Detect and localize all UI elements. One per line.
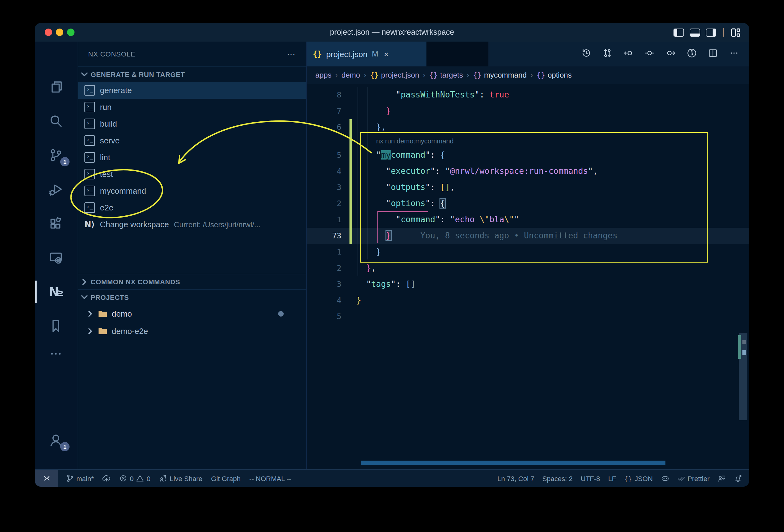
horizontal-scrollbar[interactable] xyxy=(361,460,666,465)
sidebar-item-change-workspace[interactable]: N⟩Change workspaceCurrent: /Users/juri/n… xyxy=(78,216,306,233)
code-text: "executor": "@nrwl/workspace:run-command… xyxy=(356,163,598,179)
line-number: 4 xyxy=(307,292,349,309)
activity-remote-explorer-icon[interactable] xyxy=(35,245,77,270)
sidebar-item-mycommand[interactable]: ›_mycommand xyxy=(78,183,306,199)
gutter xyxy=(349,309,354,325)
timeline-history-icon[interactable] xyxy=(581,48,592,60)
breadcrumb-project-json[interactable]: {}project.json xyxy=(370,71,419,80)
nx-logo-icon: N⟩ xyxy=(84,220,95,229)
activity-extensions-icon[interactable] xyxy=(35,211,77,236)
tab-bar: {} project.json M × xyxy=(307,41,749,66)
code-text: }, xyxy=(356,119,386,135)
compare-changes-icon[interactable] xyxy=(602,48,613,60)
git-branch-status[interactable]: main* xyxy=(66,474,94,482)
code-editor[interactable]: 8 "passWithNoTests": true7 }6 },nx run d… xyxy=(307,84,749,470)
sync-changes-icon[interactable] xyxy=(103,474,111,482)
breadcrumb-options[interactable]: {}options xyxy=(537,71,572,80)
sidebar-item-e2e[interactable]: ›_e2e xyxy=(78,199,306,216)
breadcrumb-mycommand[interactable]: {}mycommand xyxy=(473,71,527,80)
eol-status[interactable]: LF xyxy=(608,475,616,482)
more-actions-icon[interactable] xyxy=(729,48,739,60)
breadcrumb-demo[interactable]: demo xyxy=(341,71,360,80)
toggle-panel-icon[interactable] xyxy=(689,28,700,36)
window-title: project.json — newnxreactwrkspace xyxy=(35,23,749,41)
split-editor-icon[interactable] xyxy=(708,48,718,60)
code-text: "command": "echo \"bla\"" xyxy=(356,212,519,228)
json-file-icon: {} xyxy=(313,50,322,58)
toggle-primary-sidebar-icon[interactable] xyxy=(673,28,684,36)
prettier-status[interactable]: Prettier xyxy=(677,474,709,482)
live-share-status[interactable]: Live Share xyxy=(159,474,202,482)
line-number: 3 xyxy=(307,276,349,292)
gutter xyxy=(349,103,354,119)
encoding-status[interactable]: UTF-8 xyxy=(581,475,600,482)
activity-accounts-icon[interactable]: 1 xyxy=(35,428,77,452)
code-text: "mycommand": { xyxy=(356,147,445,163)
breadcrumb-apps[interactable]: apps xyxy=(315,71,332,80)
nx-console-sidebar: NX CONSOLE ⋯ GENERATE & RUN TARGET›_gene… xyxy=(78,41,307,470)
activity-nx-console-icon[interactable]: N≥ xyxy=(35,279,77,304)
feedback-icon[interactable] xyxy=(718,474,726,482)
activity-more-views-icon[interactable] xyxy=(35,341,77,366)
gutter-modified-indicator xyxy=(349,196,354,212)
activity-search-icon[interactable] xyxy=(35,109,77,134)
code-line: 1 "command": "echo \"bla\"" xyxy=(307,212,749,228)
code-line: 3 "outputs": [], xyxy=(307,179,749,196)
vim-mode-indicator[interactable]: -- NORMAL -- xyxy=(249,475,291,482)
copilot-status-icon[interactable] xyxy=(661,474,669,482)
sidebar-item-lint[interactable]: ›_lint xyxy=(78,149,306,166)
source-control-badge: 1 xyxy=(60,157,69,166)
sidebar-item-build[interactable]: ›_build xyxy=(78,115,306,132)
json-symbol-icon: {} xyxy=(537,71,545,80)
next-change-icon[interactable] xyxy=(666,48,676,60)
previous-change-icon[interactable] xyxy=(623,48,634,60)
line-number xyxy=(307,135,349,147)
terminal-icon: ›_ xyxy=(84,186,95,196)
sidebar-item-generate[interactable]: ›_generate xyxy=(78,82,306,99)
code-text: } xyxy=(356,292,361,309)
project-item-demo[interactable]: demo xyxy=(78,305,306,322)
line-number: 4 xyxy=(307,163,349,179)
cursor-position-status[interactable]: Ln 73, Col 7 xyxy=(498,475,534,482)
activity-explorer-icon[interactable] xyxy=(35,75,77,99)
close-tab-icon[interactable]: × xyxy=(384,49,389,59)
breadcrumb-separator: › xyxy=(423,71,425,80)
sidebar-item-test[interactable]: ›_test xyxy=(78,166,306,183)
notifications-bell-icon[interactable] xyxy=(734,474,742,482)
section-header-generate-run-target[interactable]: GENERATE & RUN TARGET xyxy=(78,66,306,82)
code-line: 73 } You, 8 seconds ago • Uncommitted ch… xyxy=(307,228,749,244)
activity-run-and-debug-icon[interactable] xyxy=(35,177,77,202)
line-number: 5 xyxy=(307,147,349,163)
sidebar-item-run[interactable]: ›_run xyxy=(78,99,306,115)
activity-bookmarks-icon[interactable] xyxy=(35,313,77,338)
code-text: "outputs": [], xyxy=(356,179,455,196)
breadcrumb-targets[interactable]: {}targets xyxy=(429,71,463,80)
git-graph-status[interactable]: Git Graph xyxy=(211,475,241,482)
gitlens-icon[interactable] xyxy=(687,48,697,60)
activity-source-control-icon[interactable]: 1 xyxy=(35,143,77,168)
sidebar-more-actions-icon[interactable]: ⋯ xyxy=(287,49,296,59)
code-line: 8 "passWithNoTests": true xyxy=(307,87,749,103)
indentation-status[interactable]: Spaces: 2 xyxy=(542,475,572,482)
code-line: 3 "tags": [] xyxy=(307,276,749,292)
code-text: } xyxy=(356,103,391,119)
language-mode-status[interactable]: {} JSON xyxy=(624,475,653,482)
project-modified-dot xyxy=(278,311,284,316)
customize-layout-icon[interactable] xyxy=(731,28,740,37)
open-changes-icon[interactable] xyxy=(644,48,655,60)
project-item-demo-e2e[interactable]: demo-e2e xyxy=(78,322,306,340)
terminal-icon: ›_ xyxy=(84,135,95,146)
gutter xyxy=(349,292,354,309)
toggle-secondary-sidebar-icon[interactable] xyxy=(705,28,716,36)
problems-status[interactable]: 0 0 xyxy=(119,474,150,482)
tab-project-json[interactable]: {} project.json M × xyxy=(307,41,426,66)
gutter xyxy=(349,276,354,292)
section-header-common-nx-commands[interactable]: COMMON NX COMMANDS xyxy=(78,274,306,289)
gutter-modified-indicator xyxy=(349,135,354,147)
sidebar-item-serve[interactable]: ›_serve xyxy=(78,132,306,149)
section-header-projects[interactable]: PROJECTS xyxy=(78,289,306,305)
remote-indicator[interactable] xyxy=(35,470,58,487)
titlebar-divider xyxy=(723,28,724,37)
codelens-run-command[interactable]: nx run demo:mycommand xyxy=(376,135,454,147)
code-line: 2 }, xyxy=(307,260,749,276)
